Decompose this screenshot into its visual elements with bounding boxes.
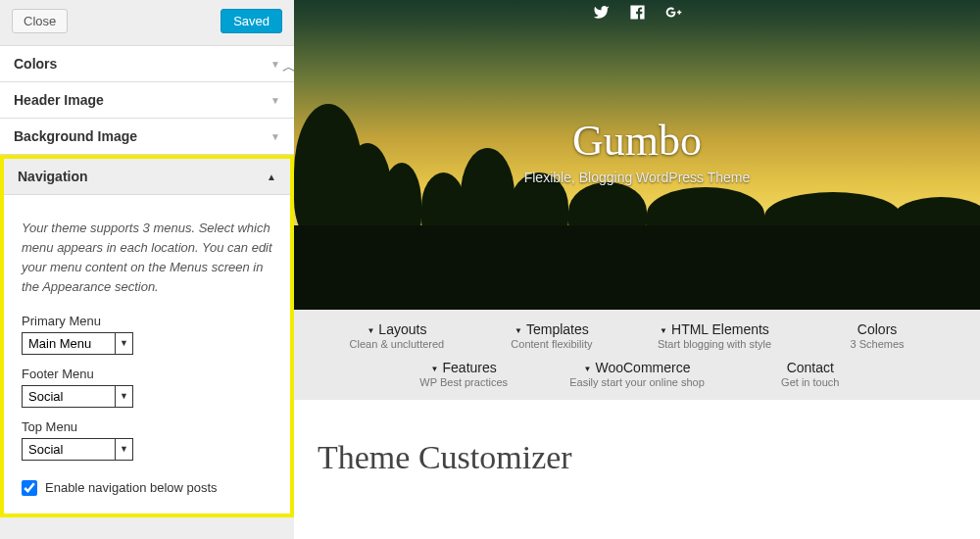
section-navigation-highlight: Navigation ▲ Your theme supports 3 menus… bbox=[0, 155, 294, 517]
chevron-down-icon: ▼ bbox=[367, 326, 374, 335]
section-colors[interactable]: Colors ▼ bbox=[0, 46, 294, 82]
twitter-icon[interactable] bbox=[593, 4, 610, 25]
top-menu-select[interactable]: Social bbox=[23, 439, 132, 460]
facebook-icon[interactable] bbox=[629, 4, 646, 25]
primary-menu-select[interactable]: Main Menu bbox=[23, 333, 132, 354]
google-plus-icon[interactable] bbox=[665, 4, 682, 25]
footer-menu-label: Footer Menu bbox=[22, 367, 272, 381]
chevron-up-icon: ▲ bbox=[267, 172, 276, 182]
menu-sublabel: WP Best practices bbox=[415, 376, 513, 388]
app-root: Close Saved Colors ▼ Header Image ▼ Back… bbox=[0, 0, 980, 539]
close-button[interactable]: Close bbox=[12, 9, 68, 33]
chevron-down-icon: ▼ bbox=[514, 326, 522, 335]
menu-label: WooCommerce bbox=[595, 360, 690, 375]
menu-sublabel: Content flexibility bbox=[503, 338, 601, 350]
chevron-down-icon: ▼ bbox=[584, 365, 592, 373]
menu-sublabel: Clean & uncluttered bbox=[348, 338, 446, 350]
accordion: Colors ▼ Header Image ▼ Background Image… bbox=[0, 45, 294, 517]
chevron-down-icon: ▼ bbox=[660, 326, 667, 335]
customizer-sidebar: Close Saved Colors ▼ Header Image ▼ Back… bbox=[0, 0, 294, 539]
hero: Gumbo Flexible, Blogging WordPress Theme bbox=[294, 0, 980, 310]
field-footer-menu: Footer Menu Social ▼ bbox=[4, 361, 290, 414]
menu-item-features[interactable]: ▼Features WP Best practices bbox=[415, 360, 513, 388]
menu-item-templates[interactable]: ▼Templates Content flexibility bbox=[503, 321, 601, 350]
content-area: Theme Customizer bbox=[294, 400, 980, 515]
preview-pane: Gumbo Flexible, Blogging WordPress Theme… bbox=[294, 0, 980, 539]
section-navigation[interactable]: Navigation ▲ bbox=[4, 159, 290, 194]
menu-item-woocommerce[interactable]: ▼WooCommerce Easily start your online sh… bbox=[569, 360, 705, 388]
menu-item-contact[interactable]: Contact Get in touch bbox=[761, 360, 859, 388]
menu-sublabel: Start blogging with style bbox=[658, 338, 771, 350]
section-label: Background Image bbox=[14, 128, 137, 144]
menu-item-layouts[interactable]: ▼Layouts Clean & uncluttered bbox=[348, 321, 446, 350]
menu-label: Colors bbox=[858, 321, 897, 337]
field-primary-menu: Primary Menu Main Menu ▼ bbox=[4, 308, 290, 361]
sidebar-header: Close Saved bbox=[0, 0, 294, 45]
footer-menu-select-wrap: Social ▼ bbox=[22, 385, 133, 408]
top-menu-select-wrap: Social ▼ bbox=[22, 438, 133, 461]
chevron-down-icon: ▼ bbox=[270, 131, 280, 142]
footer-menu-select[interactable]: Social bbox=[23, 386, 132, 407]
section-background-image[interactable]: Background Image ▼ bbox=[0, 119, 294, 155]
chevron-down-icon: ▼ bbox=[270, 59, 280, 70]
enable-nav-below-label: Enable navigation below posts bbox=[45, 480, 218, 495]
menu-label: Templates bbox=[526, 321, 589, 337]
page-title: Theme Customizer bbox=[318, 439, 956, 476]
chevron-down-icon: ▼ bbox=[431, 365, 439, 373]
social-icons bbox=[294, 4, 980, 25]
menu-sublabel: Get in touch bbox=[761, 376, 859, 388]
hero-title-block: Gumbo Flexible, Blogging WordPress Theme bbox=[294, 116, 980, 185]
enable-nav-below-checkbox[interactable] bbox=[22, 480, 37, 496]
enable-nav-below-row: Enable navigation below posts bbox=[4, 466, 290, 514]
section-label: Header Image bbox=[14, 92, 104, 108]
top-menu-label: Top Menu bbox=[22, 419, 272, 434]
menu-label: Contact bbox=[787, 360, 834, 375]
menu-item-html-elements[interactable]: ▼HTML Elements Start blogging with style bbox=[658, 321, 771, 350]
menu-item-colors[interactable]: Colors 3 Schemes bbox=[828, 321, 926, 350]
main-menu: ▼Layouts Clean & uncluttered ▼Templates … bbox=[294, 310, 980, 400]
field-top-menu: Top Menu Social ▼ bbox=[4, 414, 290, 466]
section-label: Navigation bbox=[18, 169, 88, 184]
chevron-down-icon: ▼ bbox=[270, 95, 280, 106]
menu-label: Features bbox=[443, 360, 497, 375]
menu-sublabel: Easily start your online shop bbox=[569, 376, 705, 388]
hero-ground bbox=[294, 225, 980, 310]
menu-sublabel: 3 Schemes bbox=[828, 338, 926, 350]
primary-menu-label: Primary Menu bbox=[22, 314, 272, 328]
menu-label: Layouts bbox=[378, 321, 426, 337]
site-title: Gumbo bbox=[294, 116, 980, 166]
site-tagline: Flexible, Blogging WordPress Theme bbox=[294, 170, 980, 185]
primary-menu-select-wrap: Main Menu ▼ bbox=[22, 332, 133, 355]
menu-label: HTML Elements bbox=[671, 321, 769, 337]
saved-button[interactable]: Saved bbox=[220, 9, 282, 33]
section-header-image[interactable]: Header Image ▼ bbox=[0, 82, 294, 119]
navigation-description: Your theme supports 3 menus. Select whic… bbox=[4, 194, 290, 308]
section-label: Colors bbox=[14, 56, 57, 72]
